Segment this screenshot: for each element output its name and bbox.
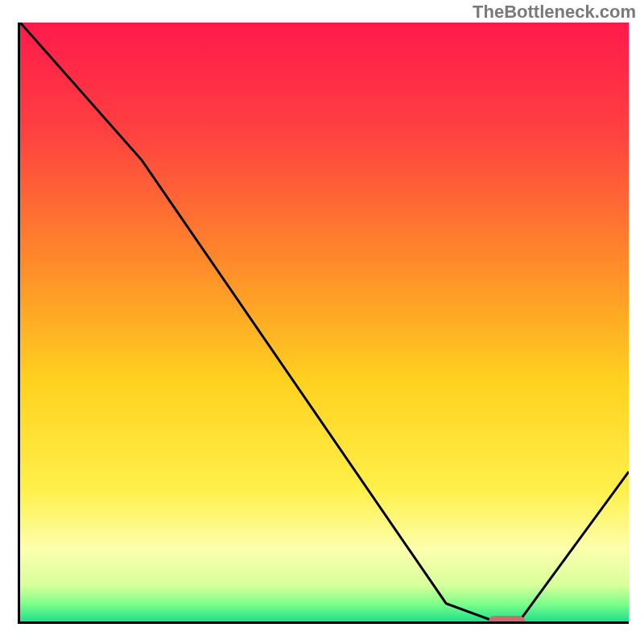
optimal-range-marker xyxy=(489,616,525,624)
watermark-label: TheBottleneck.com xyxy=(473,2,636,23)
plot-area xyxy=(18,23,629,624)
bottleneck-curve xyxy=(20,23,629,621)
chart-container: TheBottleneck.com xyxy=(0,0,644,644)
